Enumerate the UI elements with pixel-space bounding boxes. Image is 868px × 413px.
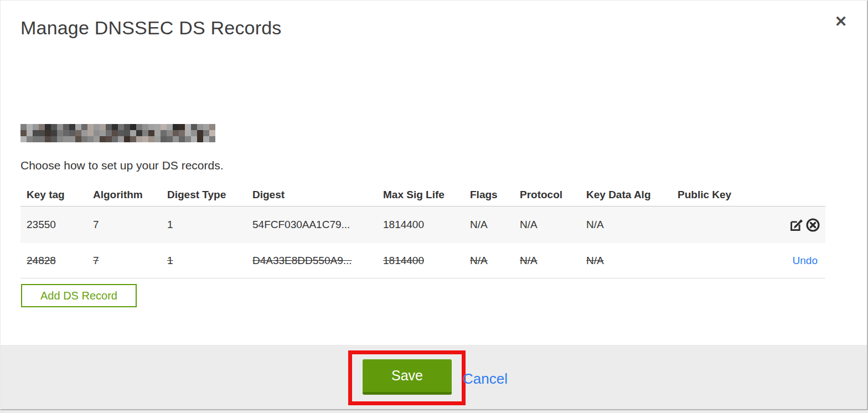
cell-max-sig-life: 1814400 (383, 219, 424, 230)
cell-digest: 54FCF030AA1C79... (252, 219, 350, 230)
window-bottom-gap (1, 410, 868, 413)
table-row: 23550 7 1 54FCF030AA1C79... 1814400 N/A … (20, 206, 825, 243)
close-icon[interactable]: ✕ (830, 11, 852, 33)
column-header-algorithm: Algorithm (87, 189, 161, 201)
edit-icon (789, 218, 804, 233)
column-header-max-sig-life: Max Sig Life (377, 189, 464, 201)
cell-key-data-alg: N/A (586, 219, 604, 230)
save-button[interactable]: Save (363, 359, 452, 395)
cell-digest: D4A33E8DD550A9... (252, 255, 352, 266)
table-row-deleted: 24828 7 1 D4A33E8DD550A9... 1814400 N/A … (20, 243, 825, 278)
cell-digest-type: 1 (167, 219, 173, 230)
intro-text: Choose how to set up your DS records. (20, 159, 224, 172)
redacted-domain (20, 124, 215, 142)
cell-key-tag: 23550 (27, 219, 56, 230)
cancel-link[interactable]: Cancel (463, 370, 508, 388)
cell-max-sig-life: 1814400 (383, 255, 424, 266)
column-header-key-tag: Key tag (20, 189, 87, 201)
cell-algorithm: 7 (93, 255, 99, 266)
column-header-public-key: Public Key (671, 189, 743, 201)
column-header-key-data-alg: Key Data Alg (580, 189, 671, 201)
undo-link[interactable]: Undo (793, 255, 820, 267)
table-header-row: Key tag Algorithm Digest Type Digest Max… (20, 183, 825, 206)
column-header-protocol: Protocol (514, 189, 580, 201)
edit-record-button[interactable] (788, 217, 804, 233)
cell-algorithm: 7 (93, 219, 99, 230)
add-ds-record-button[interactable]: Add DS Record (21, 284, 137, 307)
cell-digest-type: 1 (167, 255, 173, 266)
cell-key-data-alg: N/A (586, 255, 604, 266)
cell-flags: N/A (470, 255, 488, 266)
delete-record-button[interactable] (805, 217, 820, 233)
manage-dnssec-modal: Manage DNSSEC DS Records ✕ Choose how to… (0, 0, 868, 413)
modal-footer: Save Cancel (1, 345, 867, 409)
delete-circle-x-icon (805, 218, 820, 233)
column-header-digest: Digest (246, 189, 377, 201)
cell-flags: N/A (470, 219, 488, 230)
cell-key-tag: 24828 (27, 255, 56, 266)
page-title: Manage DNSSEC DS Records (20, 17, 282, 39)
ds-records-table: Key tag Algorithm Digest Type Digest Max… (20, 183, 825, 278)
cell-protocol: N/A (520, 219, 538, 230)
column-header-flags: Flags (464, 189, 514, 201)
cell-protocol: N/A (520, 255, 538, 266)
column-header-digest-type: Digest Type (161, 189, 246, 201)
